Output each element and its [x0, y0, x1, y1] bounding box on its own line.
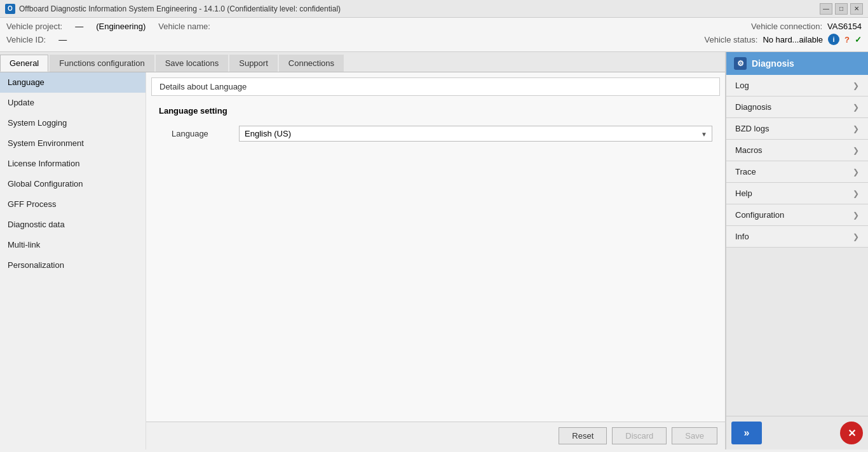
tab-save[interactable]: Save locations: [156, 55, 229, 72]
main-content: Details about Language Language setting …: [146, 72, 725, 449]
right-item-label-log: Log: [735, 81, 749, 90]
vehicle-connection-label: Vehicle connection:: [751, 22, 822, 31]
section-title: Details about Language: [151, 77, 720, 96]
tab-general[interactable]: General: [0, 55, 48, 72]
diagnosis-icon: ⚙: [734, 57, 747, 70]
right-item-label-info: Info: [735, 232, 749, 241]
content-section: Details about Language Language setting …: [146, 72, 725, 422]
minimize-button[interactable]: —: [820, 3, 832, 15]
right-item-macros[interactable]: Macros❯: [726, 140, 868, 161]
chevron-icon-log: ❯: [853, 81, 859, 90]
right-item-diagnosis[interactable]: Diagnosis❯: [726, 96, 868, 118]
right-panel-header: ⚙ Diagnosis: [726, 52, 868, 75]
vehicle-name-label: Vehicle name:: [158, 22, 210, 31]
language-form-row: Language English (US)GermanFrenchSpanish…: [146, 121, 725, 147]
nav-item-system_environment[interactable]: System Environment: [0, 133, 146, 154]
vehicle-status-value: No hard...ailable: [763, 35, 823, 44]
save-button[interactable]: Save: [672, 427, 717, 444]
right-panel-title: Diagnosis: [752, 58, 794, 69]
close-panel-icon: ✕: [848, 427, 856, 439]
tab-functions[interactable]: Functions configuration: [50, 55, 154, 72]
right-item-configuration[interactable]: Configuration❯: [726, 204, 868, 226]
right-item-label-help: Help: [735, 189, 752, 198]
right-item-label-bzd_logs: BZD logs: [735, 124, 769, 133]
reset-button[interactable]: Reset: [559, 427, 607, 444]
right-item-bzd_logs[interactable]: BZD logs❯: [726, 118, 868, 140]
nav-item-global_configuration[interactable]: Global Configuration: [0, 174, 146, 194]
right-item-label-trace: Trace: [735, 167, 756, 176]
app-icon: O: [5, 4, 15, 14]
vehicle-project-value: —: [75, 22, 83, 31]
right-panel-footer: » ✕: [726, 416, 868, 449]
language-select[interactable]: English (US)GermanFrenchSpanishItalianPo…: [239, 126, 712, 142]
app-title: Offboard Diagnostic Information System E…: [19, 4, 820, 13]
chevron-icon-diagnosis: ❯: [853, 103, 859, 112]
nav-item-system_logging[interactable]: System Logging: [0, 113, 146, 133]
engineering-label: (Engineering): [96, 22, 146, 31]
nav-item-multi_link[interactable]: Multi-link: [0, 235, 146, 255]
right-item-log[interactable]: Log❯: [726, 75, 868, 96]
vehicle-status-label: Vehicle status:: [705, 35, 758, 44]
nav-item-update[interactable]: Update: [0, 93, 146, 113]
check-icon: ✓: [855, 35, 862, 44]
forward-button[interactable]: »: [731, 422, 762, 444]
header: Vehicle project: — (Engineering) Vehicle…: [0, 18, 868, 52]
title-bar: O Offboard Diagnostic Information System…: [0, 0, 868, 18]
nav-item-diagnostic_data[interactable]: Diagnostic data: [0, 215, 146, 235]
nav-item-gff_process[interactable]: GFF Process: [0, 194, 146, 215]
chevron-icon-help: ❯: [853, 189, 859, 198]
vehicle-connection-value: VAS6154: [827, 22, 862, 31]
left-nav: LanguageUpdateSystem LoggingSystem Envir…: [0, 72, 146, 449]
language-label: Language: [172, 129, 229, 138]
right-item-label-macros: Macros: [735, 145, 763, 155]
chevron-icon-macros: ❯: [853, 146, 859, 155]
close-panel-button[interactable]: ✕: [840, 422, 863, 444]
right-panel: ⚙ Diagnosis Log❯Diagnosis❯BZD logs❯Macro…: [726, 52, 868, 449]
right-item-help[interactable]: Help❯: [726, 183, 868, 204]
tab-support[interactable]: Support: [229, 55, 278, 72]
vehicle-id-label: Vehicle ID:: [6, 35, 46, 44]
chevron-icon-info: ❯: [853, 232, 859, 241]
chevron-icon-configuration: ❯: [853, 211, 859, 220]
forward-icon: »: [744, 427, 750, 439]
nav-item-language[interactable]: Language: [0, 72, 146, 93]
discard-button[interactable]: Discard: [612, 427, 667, 444]
right-item-info[interactable]: Info❯: [726, 226, 868, 248]
right-item-trace[interactable]: Trace❯: [726, 161, 868, 183]
left-panel: GeneralFunctions configurationSave locat…: [0, 52, 726, 449]
right-panel-items: Log❯Diagnosis❯BZD logs❯Macros❯Trace❯Help…: [726, 75, 868, 416]
vehicle-project-label: Vehicle project:: [6, 22, 62, 31]
nav-item-license_information[interactable]: License Information: [0, 154, 146, 174]
window-controls: — □ ✕: [820, 3, 863, 15]
chevron-icon-trace: ❯: [853, 168, 859, 176]
language-select-wrapper: English (US)GermanFrenchSpanishItalianPo…: [239, 126, 712, 142]
bottom-bar: Reset Discard Save: [146, 422, 725, 449]
close-button[interactable]: ✕: [850, 3, 863, 15]
right-item-label-configuration: Configuration: [735, 210, 784, 220]
right-item-label-diagnosis: Diagnosis: [735, 102, 771, 112]
main-layout: GeneralFunctions configurationSave locat…: [0, 52, 868, 449]
content-area: LanguageUpdateSystem LoggingSystem Envir…: [0, 72, 725, 449]
section-subtitle: Language setting: [146, 101, 725, 121]
info-icon[interactable]: i: [828, 34, 839, 45]
tabs: GeneralFunctions configurationSave locat…: [0, 52, 725, 72]
nav-item-personalization[interactable]: Personalization: [0, 255, 146, 276]
tab-connections[interactable]: Connections: [279, 55, 344, 72]
question-icon[interactable]: ?: [844, 35, 850, 44]
maximize-button[interactable]: □: [835, 3, 848, 15]
vehicle-id-value: —: [58, 35, 67, 44]
chevron-icon-bzd_logs: ❯: [853, 124, 859, 133]
